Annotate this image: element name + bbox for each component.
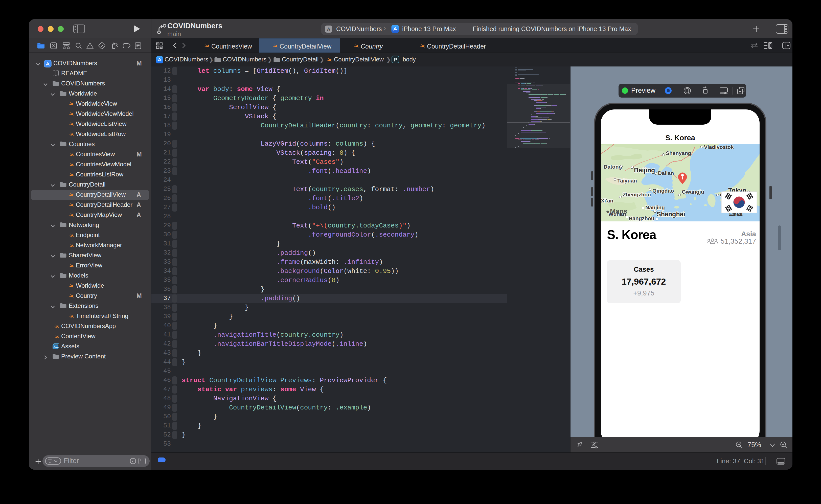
svg-text:Xi'an: Xi'an [601,198,613,203]
svg-text:Taiyuan: Taiyuan [617,178,637,184]
svg-text:Beijing: Beijing [634,167,655,174]
svg-text:Hangzhou: Hangzhou [629,215,654,221]
svg-text:Qingdao: Qingdao [652,188,674,194]
svg-text:Shanghai: Shanghai [657,211,685,218]
svg-text:Shenyang: Shenyang [666,150,691,156]
svg-text:A: A [327,27,330,32]
svg-text:Vladivostok: Vladivostok [704,144,734,150]
svg-text:Zhengzhou: Zhengzhou [623,192,651,197]
svg-text:Dalian: Dalian [658,170,674,176]
svg-text:Maps: Maps [610,208,627,215]
svg-text:Nanjing: Nanjing [645,204,665,210]
svg-text:Datong: Datong [604,164,622,170]
svg-text:Gwangju: Gwangju [682,189,704,195]
